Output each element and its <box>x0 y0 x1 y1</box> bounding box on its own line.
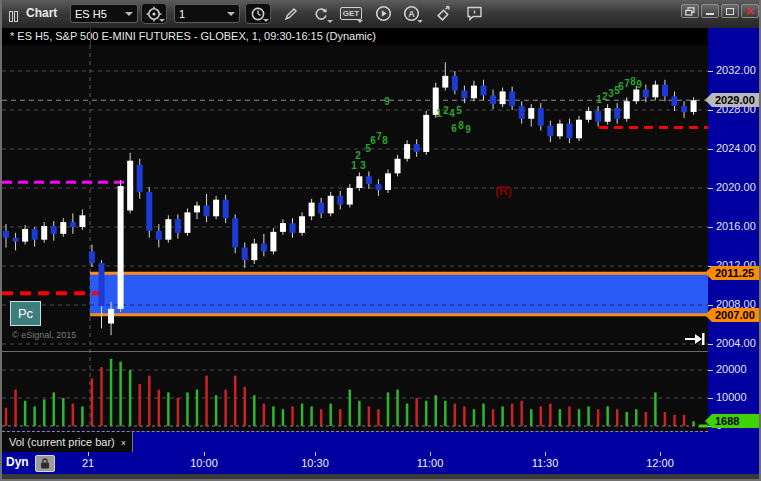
volume-bar[interactable] <box>81 406 84 426</box>
candle-body[interactable] <box>194 206 200 213</box>
volume-bar[interactable] <box>110 359 113 426</box>
pc-label[interactable]: Pc <box>10 301 41 326</box>
candle-body[interactable] <box>395 159 401 174</box>
volume-bar[interactable] <box>606 406 609 426</box>
volume-bar[interactable] <box>196 390 199 426</box>
price-axis[interactable]: 2032.002028.002024.002020.002016.002012.… <box>708 28 761 474</box>
volume-bar[interactable] <box>349 390 352 426</box>
volume-bar[interactable] <box>425 401 428 426</box>
volume-bar[interactable] <box>473 409 476 426</box>
candle-body[interactable] <box>385 173 391 190</box>
volume-bar[interactable] <box>645 412 648 426</box>
volume-bar[interactable] <box>635 409 638 426</box>
candle-body[interactable] <box>290 223 296 233</box>
volume-bar[interactable] <box>100 367 103 426</box>
volume-bar[interactable] <box>5 408 8 426</box>
volume-bar[interactable] <box>463 406 466 426</box>
candle-body[interactable] <box>471 86 477 99</box>
candle-body[interactable] <box>547 126 553 137</box>
volume-bar[interactable] <box>91 378 94 426</box>
volume-bar[interactable] <box>339 409 342 426</box>
volume-bar[interactable] <box>310 406 313 426</box>
eraser-button[interactable] <box>430 3 456 24</box>
candle-body[interactable] <box>528 108 534 119</box>
volume-bar[interactable] <box>62 398 65 426</box>
candle-body[interactable] <box>89 251 95 263</box>
price-zone[interactable] <box>90 273 708 314</box>
candle-body[interactable] <box>118 186 124 309</box>
time-axis[interactable]: Dyn 2110:0010:3011:0011:3012:00 <box>2 452 708 474</box>
candle-body[interactable] <box>79 215 85 227</box>
volume-bar[interactable] <box>167 392 170 426</box>
candle-body[interactable] <box>356 176 362 188</box>
candle-body[interactable] <box>213 200 219 217</box>
candle-body[interactable] <box>165 219 171 239</box>
play-button[interactable] <box>370 3 396 24</box>
candle-body[interactable] <box>375 184 381 190</box>
tab-volume[interactable]: Vol (current price bar) × <box>2 432 133 453</box>
candle-body[interactable] <box>318 203 324 214</box>
lock-button[interactable] <box>35 455 55 472</box>
candle-body[interactable] <box>538 108 544 126</box>
candle-body[interactable] <box>51 226 57 234</box>
candle-body[interactable] <box>423 115 429 152</box>
candle-body[interactable] <box>461 91 467 99</box>
candle-body[interactable] <box>299 216 305 233</box>
volume-bar[interactable] <box>24 401 27 426</box>
candle-body[interactable] <box>442 76 448 88</box>
go-to-latest-icon[interactable] <box>685 333 705 345</box>
volume-bar[interactable] <box>673 415 676 426</box>
volume-bar[interactable] <box>14 390 16 426</box>
candle-body[interactable] <box>414 144 420 152</box>
volume-bar[interactable] <box>43 399 46 426</box>
volume-bar[interactable] <box>282 409 285 426</box>
candle-body[interactable] <box>643 90 649 98</box>
get-data-button[interactable]: GET <box>338 3 364 24</box>
candle-body[interactable] <box>519 106 525 119</box>
candle-body[interactable] <box>99 263 105 306</box>
candle-body[interactable] <box>184 212 190 232</box>
volume-bar[interactable] <box>177 398 180 426</box>
volume-bar[interactable] <box>244 387 247 426</box>
candle-body[interactable] <box>232 218 238 247</box>
candle-body[interactable] <box>22 229 28 242</box>
volume-bar[interactable] <box>406 404 409 426</box>
candle-body[interactable] <box>500 91 506 104</box>
candle-body[interactable] <box>366 176 372 184</box>
window-grip-icon[interactable] <box>9 8 22 19</box>
volume-bar[interactable] <box>444 401 447 426</box>
volume-bar[interactable] <box>272 406 275 426</box>
candle-body[interactable] <box>32 229 38 240</box>
volume-bar[interactable] <box>578 409 581 426</box>
volume-bar[interactable] <box>664 412 667 426</box>
refresh-button[interactable] <box>308 3 334 24</box>
candle-body[interactable] <box>127 161 133 211</box>
volume-bar[interactable] <box>568 406 571 426</box>
candle-body[interactable] <box>509 91 515 106</box>
volume-bar[interactable] <box>253 395 256 426</box>
volume-bar[interactable] <box>186 392 189 426</box>
volume-bar[interactable] <box>540 406 543 426</box>
draw-button[interactable] <box>278 3 304 24</box>
candle-body[interactable] <box>309 203 315 217</box>
candle-body[interactable] <box>452 76 458 91</box>
candle-body[interactable] <box>490 95 496 104</box>
candle-body[interactable] <box>13 238 19 242</box>
candle-body[interactable] <box>41 226 47 240</box>
candle-body[interactable] <box>614 108 620 119</box>
candle-body[interactable] <box>242 247 248 260</box>
candle-body[interactable] <box>251 244 257 261</box>
volume-bar[interactable] <box>138 384 141 426</box>
candle-body[interactable] <box>662 85 668 97</box>
volume-bar[interactable] <box>549 404 552 426</box>
candle-body[interactable] <box>337 196 343 205</box>
candle-body[interactable] <box>70 222 76 227</box>
candle-body[interactable] <box>146 192 152 231</box>
candle-body[interactable] <box>223 200 229 219</box>
volume-bar[interactable] <box>587 406 590 426</box>
candle-body[interactable] <box>60 222 66 234</box>
candle-body[interactable] <box>481 86 487 96</box>
maximize-button[interactable] <box>721 4 739 18</box>
volume-bar[interactable] <box>215 395 218 426</box>
candle-body[interactable] <box>347 188 353 205</box>
